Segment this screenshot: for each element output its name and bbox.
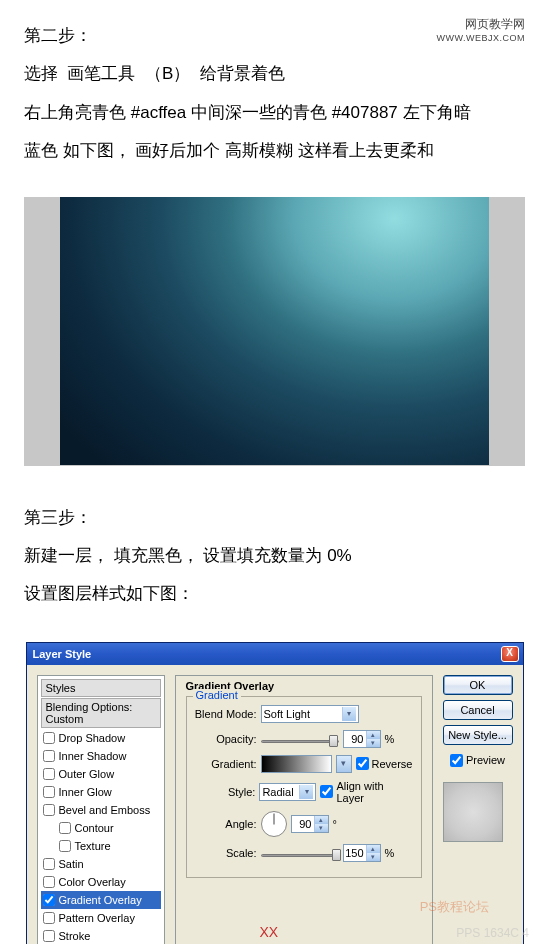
scale-slider[interactable] bbox=[261, 848, 339, 857]
outer-glow-check[interactable] bbox=[43, 768, 55, 780]
bevel-check[interactable] bbox=[43, 804, 55, 816]
opacity-slider[interactable] bbox=[261, 734, 339, 743]
align-option[interactable]: Align with Layer bbox=[320, 780, 412, 804]
ok-button[interactable]: OK bbox=[443, 675, 513, 695]
reverse-check[interactable] bbox=[356, 757, 369, 770]
cancel-button[interactable]: Cancel bbox=[443, 700, 513, 720]
reverse-option[interactable]: Reverse bbox=[356, 757, 413, 770]
step3-line2: 设置图层样式如下图： bbox=[24, 579, 525, 610]
angle-field[interactable]: 90 ▴▾ bbox=[291, 815, 329, 833]
inner-shadow-row[interactable]: Inner Shadow bbox=[41, 747, 161, 765]
color-overlay-row[interactable]: Color Overlay bbox=[41, 873, 161, 891]
percent-label-2: % bbox=[385, 847, 395, 859]
inner-shadow-check[interactable] bbox=[43, 750, 55, 762]
scale-field[interactable]: 150 ▴▾ bbox=[343, 844, 381, 862]
xx-mark: XX bbox=[260, 924, 279, 940]
site-watermark: 网页教学网 WWW.WEBJX.COM bbox=[437, 16, 526, 43]
blend-mode-label: Blend Mode: bbox=[195, 708, 257, 720]
step3-title: 第三步： bbox=[24, 506, 525, 529]
background-demo-frame bbox=[24, 197, 525, 466]
styles-header[interactable]: Styles bbox=[41, 679, 161, 697]
background-demo-image bbox=[60, 197, 489, 465]
gradient-label: Gradient: bbox=[195, 758, 257, 770]
blend-mode-select[interactable]: Soft Light▾ bbox=[261, 705, 359, 723]
percent-label: % bbox=[385, 733, 395, 745]
step3-line1: 新建一层， 填充黑色， 设置填充数量为 0% bbox=[24, 541, 525, 572]
style-select[interactable]: Radial▾ bbox=[259, 783, 316, 801]
watermark-line1: 网页教学网 bbox=[437, 16, 526, 33]
stroke-check[interactable] bbox=[43, 930, 55, 942]
preview-check[interactable] bbox=[450, 754, 463, 767]
pattern-overlay-row[interactable]: Pattern Overlay bbox=[41, 909, 161, 927]
fieldset-legend: Gradient bbox=[193, 689, 241, 701]
step2-line2: 右上角亮青色 #acffea 中间深一些的青色 #407887 左下角暗 bbox=[24, 98, 525, 129]
gradient-overlay-panel: Gradient Overlay Gradient Blend Mode: So… bbox=[175, 675, 433, 944]
close-button[interactable]: X bbox=[501, 646, 519, 662]
style-label: Style: bbox=[195, 786, 256, 798]
new-style-button[interactable]: New Style... bbox=[443, 725, 513, 745]
gradient-picker-arrow[interactable]: ▾ bbox=[336, 755, 352, 773]
inner-glow-check[interactable] bbox=[43, 786, 55, 798]
scale-label: Scale: bbox=[195, 847, 257, 859]
chevron-down-icon: ▾ bbox=[299, 785, 313, 799]
forum-watermark: PS教程论坛 bbox=[420, 898, 489, 916]
opacity-field[interactable]: 90 ▴▾ bbox=[343, 730, 381, 748]
color-overlay-check[interactable] bbox=[43, 876, 55, 888]
angle-label: Angle: bbox=[195, 818, 257, 830]
texture-row[interactable]: Texture bbox=[41, 837, 161, 855]
gradient-fieldset: Gradient Blend Mode: Soft Light▾ Opacity… bbox=[186, 696, 422, 878]
degree-label: ° bbox=[333, 818, 337, 830]
blending-options[interactable]: Blending Options: Custom bbox=[41, 698, 161, 728]
stroke-row[interactable]: Stroke bbox=[41, 927, 161, 944]
contour-check[interactable] bbox=[59, 822, 71, 834]
gradient-preview[interactable] bbox=[261, 755, 332, 773]
chevron-down-icon: ▾ bbox=[342, 707, 356, 721]
inner-glow-row[interactable]: Inner Glow bbox=[41, 783, 161, 801]
angle-dial[interactable] bbox=[261, 811, 287, 837]
gradient-overlay-check[interactable] bbox=[43, 894, 55, 906]
styles-list: Styles Blending Options: Custom Drop Sha… bbox=[37, 675, 165, 944]
pattern-overlay-check[interactable] bbox=[43, 912, 55, 924]
watermark-line2: WWW.WEBJX.COM bbox=[437, 33, 526, 43]
satin-row[interactable]: Satin bbox=[41, 855, 161, 873]
step2-line1: 选择 画笔工具 （B） 给背景着色 bbox=[24, 59, 525, 90]
preview-swatch bbox=[443, 782, 503, 842]
drop-shadow-check[interactable] bbox=[43, 732, 55, 744]
satin-check[interactable] bbox=[43, 858, 55, 870]
title-bar[interactable]: Layer Style X bbox=[27, 643, 523, 665]
drop-shadow-row[interactable]: Drop Shadow bbox=[41, 729, 161, 747]
bevel-emboss-row[interactable]: Bevel and Emboss bbox=[41, 801, 161, 819]
step2-line3: 蓝色 如下图， 画好后加个 高斯模糊 这样看上去更柔和 bbox=[24, 136, 525, 167]
align-check[interactable] bbox=[320, 785, 333, 798]
opacity-label: Opacity: bbox=[195, 733, 257, 745]
bottom-right-text: PPS 1634C 4 bbox=[456, 926, 529, 940]
gradient-overlay-row[interactable]: Gradient Overlay bbox=[41, 891, 161, 909]
outer-glow-row[interactable]: Outer Glow bbox=[41, 765, 161, 783]
contour-row[interactable]: Contour bbox=[41, 819, 161, 837]
texture-check[interactable] bbox=[59, 840, 71, 852]
preview-option[interactable]: Preview bbox=[443, 754, 513, 767]
dialog-title: Layer Style bbox=[31, 648, 92, 660]
